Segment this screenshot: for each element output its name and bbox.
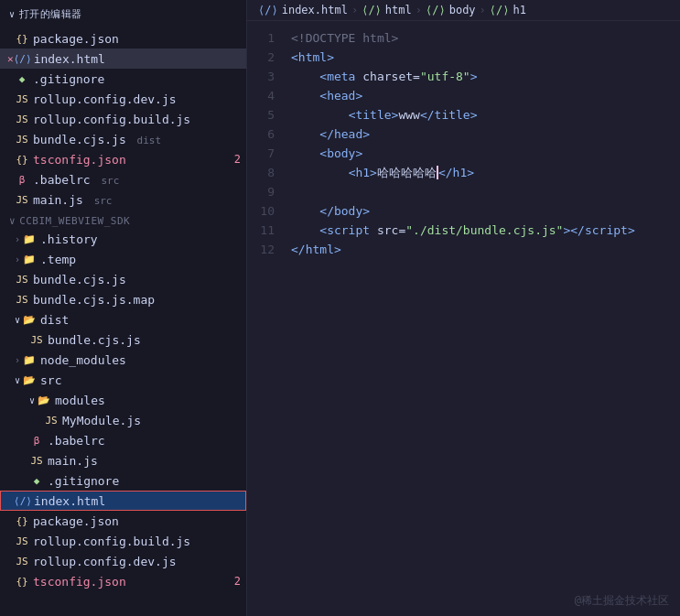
code-line-11: <script src="./dist/bundle.cjs.js"></scr… [291, 221, 680, 240]
open-file-index-html[interactable]: ✕ ⟨/⟩ index.html [0, 49, 246, 69]
breadcrumb-html: html [385, 4, 412, 16]
code-line-10: </body> [291, 201, 680, 221]
html-icon: ⟨/⟩ [16, 493, 30, 508]
html-icon: ⟨/⟩ [16, 51, 30, 66]
breadcrumb-sep2: › [416, 4, 422, 16]
babel-icon: β [15, 172, 29, 187]
chevron-down-icon: ∨ [29, 395, 35, 405]
folder-icon: 📂 [22, 373, 37, 387]
folder-name: .temp [40, 253, 246, 266]
close-icon[interactable]: ✕ [7, 53, 14, 65]
open-file-name: index.html [34, 52, 246, 66]
file-name: rollup.config.dev.js [33, 555, 246, 568]
file-name: .babelrc [48, 434, 246, 448]
json-icon: {} [15, 31, 29, 46]
file-gitignore-src[interactable]: ◆ .gitignore [0, 470, 246, 491]
code-line-4: <head> [291, 86, 680, 105]
js-icon: JS [15, 112, 29, 126]
json-icon: {} [15, 152, 29, 167]
git-icon: ◆ [15, 71, 29, 86]
file-name: rollup.config.build.js [33, 535, 246, 548]
file-name: tsconfig.json [33, 575, 234, 589]
chevron-down-icon: ∨ [9, 9, 16, 19]
file-bundle-dist[interactable]: JS bundle.cjs.js dist [0, 129, 246, 149]
breadcrumb-file: index.html [282, 4, 348, 16]
file-name: rollup.config.build.js [33, 113, 246, 126]
folder-dist[interactable]: ∨ 📂 dist [0, 309, 246, 330]
json-icon: {} [15, 513, 29, 528]
file-babelrc-src[interactable]: β .babelrc [0, 430, 246, 450]
sidebar-scroll[interactable]: {} package.json ✕ ⟨/⟩ index.html ◆ .giti… [0, 28, 246, 616]
file-bundle-map[interactable]: JS bundle.cjs.js.map [0, 289, 246, 309]
folder-modules[interactable]: ∨ 📂 modules [0, 390, 246, 410]
file-tsconfig-2[interactable]: {} tsconfig.json 2 [0, 571, 246, 591]
code-line-8: <h1>哈哈哈哈哈</h1> [291, 163, 680, 182]
js-icon: JS [44, 413, 59, 427]
git-icon: ◆ [29, 473, 44, 488]
sidebar: ∨ 打开的编辑器 {} package.json ✕ ⟨/⟩ index.htm… [0, 0, 247, 616]
file-babelrc-1[interactable]: β .babelrc src [0, 169, 246, 189]
editor-content[interactable]: 123456 789101112 <!DOCTYPE html> <html> … [247, 21, 680, 616]
watermark: @稀土掘金技术社区 [575, 593, 669, 609]
sidebar-header-title: 打开的编辑器 [19, 7, 82, 21]
breadcrumb-h1: h1 [513, 4, 526, 16]
file-main-1[interactable]: JS main.js src [0, 189, 246, 210]
file-rollup-build-2[interactable]: JS rollup.config.build.js [0, 531, 246, 551]
file-name: index.html [34, 494, 245, 508]
js-icon: JS [15, 272, 29, 286]
folder-icon: 📂 [22, 312, 37, 327]
tsconfig-badge-2: 2 [234, 575, 241, 588]
file-name: bundle.cjs.js.map [33, 293, 246, 307]
file-name: .babelrc src [33, 173, 246, 187]
js-icon: JS [15, 534, 29, 548]
code-area[interactable]: <!DOCTYPE html> <html> <meta charset="ut… [284, 21, 680, 616]
file-rollup-dev-2[interactable]: JS rollup.config.dev.js [0, 551, 246, 571]
code-line-7: <body> [291, 144, 680, 163]
open-file-package-json[interactable]: {} package.json [0, 28, 246, 49]
file-mymodule[interactable]: JS MyModule.js [0, 410, 246, 430]
chevron-right-icon: › [15, 254, 20, 265]
breadcrumb-h1-icon: ⟨/⟩ [490, 4, 510, 16]
editor: ⟨/⟩ index.html › ⟨/⟩ html › ⟨/⟩ body › ⟨… [247, 0, 680, 616]
file-name: rollup.config.dev.js [33, 92, 246, 106]
chevron-down-icon: ∨ [15, 375, 20, 385]
file-main-src[interactable]: JS main.js [0, 450, 246, 470]
folder-name: dist [40, 313, 246, 327]
js-icon: JS [15, 132, 29, 146]
file-name: bundle.cjs.js [33, 273, 246, 286]
line-numbers: 123456 789101112 [247, 21, 284, 616]
file-rollup-dev[interactable]: JS rollup.config.dev.js [0, 89, 246, 109]
folder-name: .history [40, 232, 246, 246]
file-gitignore-1[interactable]: ◆ .gitignore [0, 69, 246, 89]
file-index-html-highlighted[interactable]: ⟨/⟩ index.html [0, 491, 246, 511]
breadcrumb-sep3: › [480, 4, 486, 16]
file-bundle-root[interactable]: JS bundle.cjs.js [0, 269, 246, 289]
file-bundle-dist2[interactable]: JS bundle.cjs.js [0, 330, 246, 350]
code-line-2: <html> [291, 48, 680, 67]
folder-src[interactable]: ∨ 📂 src [0, 370, 246, 390]
folder-temp[interactable]: › 📁 .temp [0, 249, 246, 269]
folder-node-modules[interactable]: › 📁 node_modules [0, 350, 246, 370]
section-name: CCBIM_WEBVIEW_SDK [19, 215, 130, 227]
code-line-3: <meta charset="utf-8"> [291, 67, 680, 86]
folder-history[interactable]: › 📁 .history [0, 229, 246, 249]
folder-name: modules [55, 394, 246, 407]
code-line-1: <!DOCTYPE html> [291, 28, 680, 48]
file-name: .gitignore [48, 474, 246, 488]
chevron-right-icon: › [15, 355, 20, 365]
js-icon: JS [29, 332, 44, 347]
breadcrumb: ⟨/⟩ index.html › ⟨/⟩ html › ⟨/⟩ body › ⟨… [247, 0, 680, 21]
chevron-down-icon: ∨ [15, 315, 20, 325]
file-name: bundle.cjs.js [48, 333, 246, 347]
file-name: tsconfig.json [33, 153, 234, 167]
folder-icon: 📁 [22, 252, 37, 266]
js-icon: JS [29, 453, 44, 468]
file-name: MyModule.js [62, 414, 246, 427]
file-package-json-2[interactable]: {} package.json [0, 511, 246, 531]
folder-icon: 📁 [22, 352, 37, 367]
tsconfig-badge: 2 [234, 153, 241, 166]
sidebar-header: ∨ 打开的编辑器 [0, 0, 246, 28]
folder-icon: 📁 [22, 232, 37, 246]
file-tsconfig-1[interactable]: {} tsconfig.json 2 [0, 149, 246, 169]
file-rollup-build[interactable]: JS rollup.config.build.js [0, 109, 246, 129]
